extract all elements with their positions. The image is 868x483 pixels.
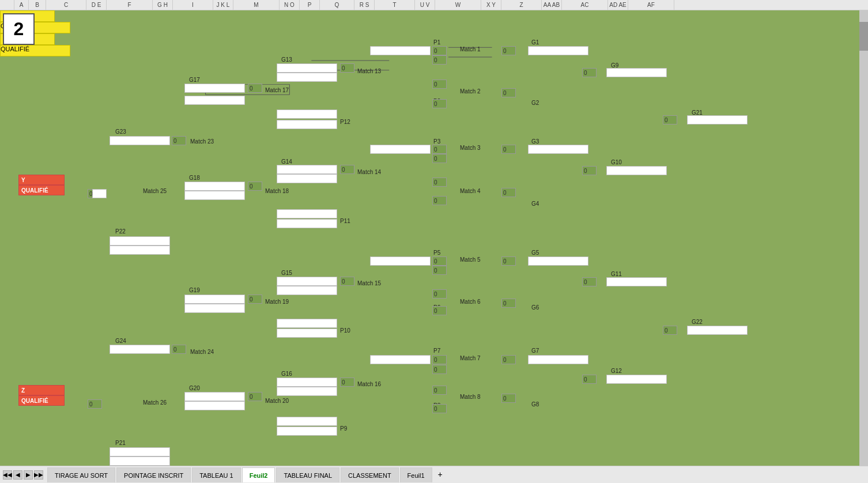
p10-team2-box[interactable] xyxy=(277,329,337,338)
g15-team1-box[interactable] xyxy=(277,277,337,286)
p12-team1-box[interactable] xyxy=(277,110,337,119)
add-tab-btn[interactable]: + xyxy=(433,467,447,482)
p9-team2-box[interactable] xyxy=(277,427,337,436)
g18-team2-box[interactable] xyxy=(184,191,245,200)
p5-score2: 0 xyxy=(432,266,447,275)
match2-label: Match 2 xyxy=(460,88,481,95)
col-NO: N O xyxy=(280,0,300,10)
g17-team1-box[interactable] xyxy=(184,84,245,93)
g13-label: G13 xyxy=(281,56,292,63)
nav-next-btn[interactable]: ▶ xyxy=(24,470,33,480)
app-container: A B C D E F G H I J K L M N O P Q R S T … xyxy=(0,0,868,483)
p7-team1-box[interactable] xyxy=(370,355,431,364)
p1-score1: 0 xyxy=(432,46,447,55)
p12-team2-box[interactable] xyxy=(277,120,337,129)
y-score-box[interactable] xyxy=(92,189,107,198)
match8-label: Match 8 xyxy=(460,394,481,400)
col-M: M xyxy=(233,0,280,10)
g24-team1-box[interactable] xyxy=(110,345,170,354)
g20-score: 0 xyxy=(248,392,262,401)
g23-team1-box[interactable] xyxy=(110,136,170,145)
g11-label: G11 xyxy=(611,271,622,277)
nav-prev-btn[interactable]: ◀ xyxy=(13,470,22,480)
g14-team1-box[interactable] xyxy=(277,165,337,174)
g5-team1-box[interactable] xyxy=(528,256,588,266)
g22-score: 0 xyxy=(663,326,677,335)
match14-label: Match 14 xyxy=(357,169,381,175)
g16-team1-box[interactable] xyxy=(277,378,337,387)
tab-feuil1[interactable]: Feuil1 xyxy=(400,467,432,482)
match13-label: Match 13 xyxy=(357,68,381,74)
g12-team1-box[interactable] xyxy=(606,375,667,384)
p11-team1-box[interactable] xyxy=(277,209,337,218)
nav-last-btn[interactable]: ▶▶ xyxy=(34,470,43,480)
g19-team1-box[interactable] xyxy=(184,295,245,304)
col-B: B xyxy=(29,0,46,10)
g15-team2-box[interactable] xyxy=(277,286,337,295)
tab-tableau-1[interactable]: TABLEAU 1 xyxy=(192,467,241,482)
match1-score: 0 xyxy=(501,46,516,55)
player-z-label: Z xyxy=(18,385,65,395)
g9-score: 0 xyxy=(582,68,597,77)
match3-label: Match 3 xyxy=(460,145,481,151)
match5-score: 0 xyxy=(501,256,516,266)
col-W: W xyxy=(435,0,481,10)
scrollbar[interactable] xyxy=(859,10,868,466)
nav-first-btn[interactable]: ◀◀ xyxy=(3,470,12,480)
p10-team1-box[interactable] xyxy=(277,319,337,328)
g17-team2-box[interactable] xyxy=(184,96,245,105)
p21-label: P21 xyxy=(115,440,126,446)
p5-team1-box[interactable] xyxy=(370,256,431,266)
match1-label: Match 1 xyxy=(460,46,481,52)
col-A: A xyxy=(14,0,29,10)
g16-team2-box[interactable] xyxy=(277,387,337,396)
g20-team1-box[interactable] xyxy=(184,392,245,401)
g2-label: G2 xyxy=(531,100,539,106)
col-C: C xyxy=(46,0,86,10)
g13-team1-box[interactable] xyxy=(277,63,337,73)
p21-team2-box[interactable] xyxy=(110,456,170,466)
p10-label: P10 xyxy=(340,327,350,334)
g13-team2-box[interactable] xyxy=(277,73,337,82)
g1-team1-box[interactable] xyxy=(528,46,588,55)
g18-team1-box[interactable] xyxy=(184,182,245,191)
match19-label: Match 19 xyxy=(265,299,289,305)
tab-tableau-final[interactable]: TABLEAU FINAL xyxy=(276,467,339,482)
g9-team1-box[interactable] xyxy=(606,68,667,77)
g24-score: 0 xyxy=(172,345,186,354)
g12-score: 0 xyxy=(582,375,597,384)
p2-score1: 0 xyxy=(432,80,447,89)
g19-team2-box[interactable] xyxy=(184,304,245,313)
p22-team1-box[interactable] xyxy=(110,236,170,246)
scrollbar-thumb[interactable] xyxy=(859,22,868,51)
p21-team1-box[interactable] xyxy=(110,447,170,456)
p11-team2-box[interactable] xyxy=(277,219,337,228)
match8-score: 0 xyxy=(501,394,516,403)
p3-team1-box[interactable] xyxy=(370,145,431,154)
tab-pointage-inscrit[interactable]: POINTAGE INSCRIT xyxy=(116,467,191,482)
g8-label: G8 xyxy=(531,401,539,407)
p22-team2-box[interactable] xyxy=(110,246,170,255)
qualified-d-box: QUALIFIÉ xyxy=(0,45,70,56)
g10-team1-box[interactable] xyxy=(606,166,667,175)
col-JKL: J K L xyxy=(213,0,233,10)
p7-score1: 0 xyxy=(432,355,447,364)
p1-label: P1 xyxy=(433,39,440,46)
g3-team1-box[interactable] xyxy=(528,145,588,154)
z-score: 0 xyxy=(88,399,102,409)
tab-tirage-au-sort[interactable]: TIRAGE AU SORT xyxy=(47,467,115,482)
g20-team2-box[interactable] xyxy=(184,401,245,410)
p11-label: P11 xyxy=(340,218,350,224)
p9-team1-box[interactable] xyxy=(277,417,337,426)
g21-team1-box[interactable] xyxy=(687,115,748,124)
g5-label: G5 xyxy=(531,250,539,256)
g11-team1-box[interactable] xyxy=(606,277,667,286)
g14-team2-box[interactable] xyxy=(277,174,337,183)
tab-feuil2[interactable]: Feuil2 xyxy=(242,467,276,482)
tab-classement[interactable]: CLASSEMENT xyxy=(341,467,399,482)
g7-team1-box[interactable] xyxy=(528,355,588,364)
g14-label: G14 xyxy=(281,159,292,165)
g22-team1-box[interactable] xyxy=(687,326,748,335)
p1-score2: 0 xyxy=(432,55,447,65)
p1-team1-box[interactable] xyxy=(370,46,431,55)
